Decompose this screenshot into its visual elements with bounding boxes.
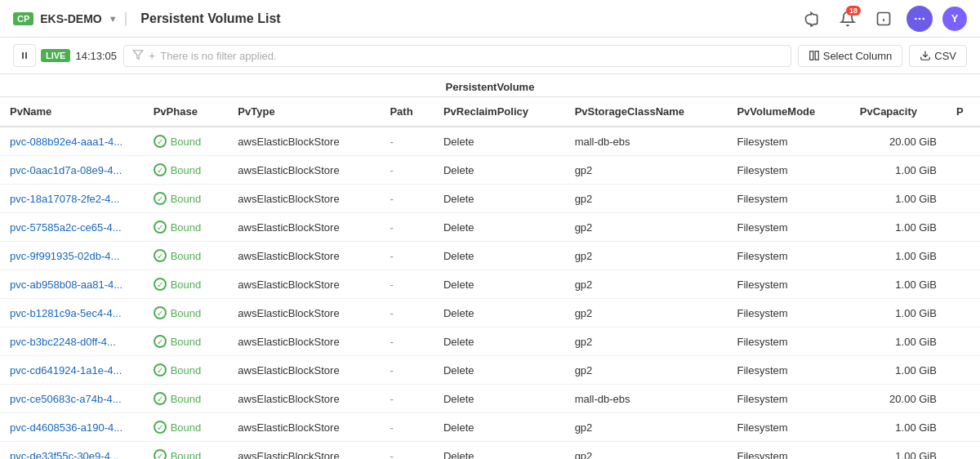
pv-name-cell[interactable]: pvc-de33f55c-30e9-4... <box>0 442 144 460</box>
pv-phase-cell: ✓ Bound <box>144 299 229 328</box>
pv-capacity-cell: 1.00 GiB <box>850 156 947 185</box>
pv-type-cell: awsElasticBlockStore <box>228 213 380 242</box>
pv-mode-cell: Filesystem <box>727 356 849 385</box>
pv-extra-cell <box>947 328 980 356</box>
table-row[interactable]: pvc-57585a2c-ce65-4...✓ BoundawsElasticB… <box>0 213 980 242</box>
pv-name-cell[interactable]: pvc-d4608536-a190-4... <box>0 413 144 442</box>
pv-storage-cell: mall-db-ebs <box>565 385 728 413</box>
pv-mode-cell: Filesystem <box>727 185 849 213</box>
pv-mode-cell: Filesystem <box>727 442 849 460</box>
col-pvphase[interactable]: PvPhase <box>144 97 229 127</box>
pv-reclaim-cell: Delete <box>434 242 565 270</box>
pv-name-cell[interactable]: pvc-cd641924-1a1e-4... <box>0 356 144 385</box>
table-row[interactable]: pvc-b1281c9a-5ec4-4...✓ BoundawsElasticB… <box>0 299 980 328</box>
pv-type-cell: awsElasticBlockStore <box>228 356 380 385</box>
pv-storage-cell: gp2 <box>565 328 728 356</box>
pv-mode-cell: Filesystem <box>727 242 849 270</box>
col-path[interactable]: Path <box>380 97 433 127</box>
pv-reclaim-cell: Delete <box>434 442 565 460</box>
pv-name-cell[interactable]: pvc-b3bc2248-d0ff-4... <box>0 328 144 356</box>
pv-extra-cell <box>947 299 980 328</box>
filter-add-icon: + <box>149 49 155 62</box>
pv-phase-cell: ✓ Bound <box>144 127 229 156</box>
col-pvtype[interactable]: PvType <box>228 97 380 127</box>
csv-button[interactable]: CSV <box>909 45 967 67</box>
cluster-dropdown-arrow[interactable]: ▼ <box>109 14 118 24</box>
pv-name-cell[interactable]: pvc-18a17078-2fe2-4... <box>0 185 144 213</box>
col-extra[interactable]: P <box>947 97 980 127</box>
svg-rect-7 <box>25 52 27 59</box>
pv-name-cell[interactable]: pvc-ce50683c-a74b-4... <box>0 385 144 413</box>
pv-storage-cell: gp2 <box>565 442 728 460</box>
table-row[interactable]: pvc-9f991935-02db-4...✓ BoundawsElasticB… <box>0 242 980 270</box>
pv-name-cell[interactable]: pvc-088b92e4-aaa1-4... <box>0 127 144 156</box>
pv-mode-cell: Filesystem <box>727 270 849 299</box>
table-container: PersistentVolume PvName PvPhase PvType P… <box>0 74 980 459</box>
pv-storage-cell: gp2 <box>565 270 728 299</box>
table-row[interactable]: pvc-b3bc2248-d0ff-4...✓ BoundawsElasticB… <box>0 328 980 356</box>
pv-name-cell[interactable]: pvc-0aac1d7a-08e9-4... <box>0 156 144 185</box>
notification-button[interactable]: 18 <box>835 6 861 32</box>
live-section: LIVE 14:13:05 <box>13 44 117 67</box>
col-pvvolumemode[interactable]: PvVolumeMode <box>727 97 849 127</box>
pv-extra-cell <box>947 413 980 442</box>
pv-extra-cell <box>947 442 980 460</box>
more-options-button[interactable] <box>906 6 933 32</box>
svg-rect-9 <box>809 51 813 60</box>
pv-phase-cell: ✓ Bound <box>144 185 229 213</box>
col-pvstorageclassname[interactable]: PvStorageClassName <box>565 97 728 127</box>
megaphone-button[interactable] <box>799 6 825 32</box>
filter-input[interactable]: + There is no filter applied. <box>123 45 791 67</box>
col-pvname[interactable]: PvName <box>0 97 144 127</box>
pv-path-cell: - <box>380 242 433 270</box>
pv-capacity-cell: 1.00 GiB <box>850 270 947 299</box>
pv-capacity-cell: 1.00 GiB <box>850 442 947 460</box>
timer: 14:13:05 <box>75 50 117 62</box>
pv-capacity-cell: 1.00 GiB <box>850 328 947 356</box>
pv-phase-cell: ✓ Bound <box>144 213 229 242</box>
pv-capacity-cell: 1.00 GiB <box>850 299 947 328</box>
table-row[interactable]: pvc-de33f55c-30e9-4...✓ BoundawsElasticB… <box>0 442 980 460</box>
info-button[interactable] <box>871 6 897 32</box>
pv-type-cell: awsElasticBlockStore <box>228 156 380 185</box>
table-row[interactable]: pvc-cd641924-1a1e-4...✓ BoundawsElasticB… <box>0 356 980 385</box>
topbar: CP EKS-DEMO ▼ | Persistent Volume List 1… <box>0 0 980 38</box>
pv-type-cell: awsElasticBlockStore <box>228 299 380 328</box>
select-column-label: Select Column <box>823 50 893 62</box>
megaphone-icon <box>804 11 820 27</box>
col-pvcapacity[interactable]: PvCapacity <box>850 97 947 127</box>
pv-reclaim-cell: Delete <box>434 213 565 242</box>
table-row[interactable]: pvc-ce50683c-a74b-4...✓ BoundawsElasticB… <box>0 385 980 413</box>
pv-reclaim-cell: Delete <box>434 413 565 442</box>
live-badge: LIVE <box>41 49 70 62</box>
pv-type-cell: awsElasticBlockStore <box>228 242 380 270</box>
table-row[interactable]: pvc-088b92e4-aaa1-4...✓ BoundawsElasticB… <box>0 127 980 156</box>
pv-path-cell: - <box>380 356 433 385</box>
pv-type-cell: awsElasticBlockStore <box>228 270 380 299</box>
pause-button[interactable] <box>13 44 36 67</box>
avatar[interactable]: Y <box>942 7 967 31</box>
pv-phase-cell: ✓ Bound <box>144 356 229 385</box>
table-row[interactable]: pvc-d4608536-a190-4...✓ BoundawsElasticB… <box>0 413 980 442</box>
pv-name-cell[interactable]: pvc-b1281c9a-5ec4-4... <box>0 299 144 328</box>
pv-storage-cell: gp2 <box>565 299 728 328</box>
pv-extra-cell <box>947 270 980 299</box>
dots-icon <box>913 12 926 25</box>
pv-type-cell: awsElasticBlockStore <box>228 185 380 213</box>
cp-badge: CP <box>13 12 33 25</box>
pv-path-cell: - <box>380 185 433 213</box>
pv-name-cell[interactable]: pvc-57585a2c-ce65-4... <box>0 213 144 242</box>
table-row[interactable]: pvc-0aac1d7a-08e9-4...✓ BoundawsElasticB… <box>0 156 980 185</box>
pv-phase-cell: ✓ Bound <box>144 413 229 442</box>
pv-path-cell: - <box>380 270 433 299</box>
col-pvreclaimpolicy[interactable]: PvReclaimPolicy <box>434 97 565 127</box>
pv-name-cell[interactable]: pvc-ab958b08-aa81-4... <box>0 270 144 299</box>
pv-mode-cell: Filesystem <box>727 156 849 185</box>
pv-name-cell[interactable]: pvc-9f991935-02db-4... <box>0 242 144 270</box>
select-column-button[interactable]: Select Column <box>798 45 903 67</box>
table-row[interactable]: pvc-ab958b08-aa81-4...✓ BoundawsElasticB… <box>0 270 980 299</box>
topbar-right: 18 Y <box>799 6 967 32</box>
pv-storage-cell: gp2 <box>565 356 728 385</box>
table-row[interactable]: pvc-18a17078-2fe2-4...✓ BoundawsElasticB… <box>0 185 980 213</box>
pv-storage-cell: mall-db-ebs <box>565 127 728 156</box>
